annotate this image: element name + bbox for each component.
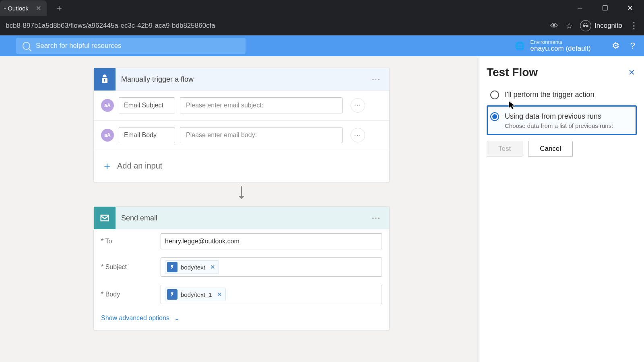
maximize-button[interactable]: ❐ (598, 1, 612, 15)
window-close-button[interactable]: ✕ (623, 1, 637, 15)
label-to: * To (101, 238, 153, 245)
radio-icon (490, 112, 499, 121)
search-icon (23, 42, 30, 50)
param-more-icon[interactable]: ⋯ (351, 98, 365, 113)
dyn-token-body[interactable]: body/text_1 ✕ (165, 288, 226, 301)
panel-title: Test Flow (487, 66, 538, 79)
globe-icon: 🌐 (515, 41, 525, 51)
close-icon[interactable]: ✕ (36, 4, 41, 12)
label-body: * Body (101, 291, 153, 298)
action-more-icon[interactable]: ⋯ (363, 213, 389, 223)
trigger-title: Manually trigger a flow (116, 75, 194, 84)
flow-stage: Manually trigger a flow ⋯ aA Email Subje… (0, 56, 644, 362)
label-subject: * Subject (101, 263, 153, 271)
environment-label: Environments (530, 39, 591, 45)
browser-tab[interactable]: - Outlook ✕ (0, 0, 47, 16)
incognito-label: Incognito (594, 22, 622, 30)
action-title: Send email (116, 214, 157, 222)
token-remove-icon[interactable]: ✕ (210, 263, 215, 271)
param-row-body: aA Email Body ⋯ (94, 120, 389, 150)
test-button[interactable]: Test (487, 141, 522, 157)
action-card: Send email ⋯ * To henry.legge@outlook.co… (93, 206, 390, 330)
browser-chrome: - Outlook ✕ ＋ ─ ❐ ✕ bcb8-897b1a5d8b63/fl… (0, 0, 644, 35)
input-subject[interactable]: body/text ✕ (161, 257, 382, 277)
input-body[interactable]: body/text_1 ✕ (161, 285, 382, 304)
radio-manual-trigger[interactable]: I'll perform the trigger action (487, 84, 637, 105)
tab-title: - Outlook (4, 5, 29, 12)
panel-button-row: Test Cancel (487, 141, 637, 157)
trigger-more-icon[interactable]: ⋯ (363, 74, 389, 84)
radio-previous-sub: Choose data from a list of previous runs… (505, 122, 613, 129)
dynamic-content-icon (167, 262, 178, 272)
param-row-subject: aA Email Subject ⋯ (94, 90, 389, 120)
header-icons: ⚙ ? (612, 41, 635, 51)
text-type-icon: aA (101, 129, 114, 142)
window-controls: ─ ❐ ✕ (573, 1, 644, 15)
flow-arrow-icon (237, 186, 246, 202)
url-text[interactable]: bcb8-897b1a5d8b63/flows/a962445a-ec3c-42… (6, 22, 215, 30)
help-icon[interactable]: ? (630, 41, 635, 51)
action-header[interactable]: Send email ⋯ (94, 207, 389, 229)
field-row-to: * To henry.legge@outlook.com (94, 229, 389, 253)
chevron-down-icon: ⌄ (173, 315, 180, 321)
minimize-button[interactable]: ─ (573, 1, 587, 15)
new-tab-button[interactable]: ＋ (53, 2, 65, 14)
add-input-label: Add an input (117, 161, 162, 171)
show-advanced-toggle[interactable]: Show advanced options ⌄ (94, 308, 389, 330)
text-type-icon: aA (101, 99, 114, 112)
environment-picker[interactable]: 🌐 Environments enayu.com (default) (515, 39, 591, 53)
panel-close-icon[interactable]: ✕ (627, 66, 637, 79)
field-row-body: * Body body/text_1 ✕ (94, 281, 389, 308)
radio-manual-label: I'll perform the trigger action (505, 90, 594, 99)
mail-icon (94, 207, 116, 229)
cancel-button[interactable]: Cancel (528, 141, 573, 157)
trigger-icon (94, 68, 116, 90)
eye-off-icon[interactable]: 👁 (550, 21, 558, 31)
param-name-subject[interactable]: Email Subject (119, 97, 175, 113)
param-input-subject[interactable] (180, 97, 343, 113)
dynamic-content-icon (167, 289, 178, 300)
radio-previous-label: Using data from previous runs (505, 111, 613, 121)
gear-icon[interactable]: ⚙ (612, 41, 620, 51)
dyn-token-subject[interactable]: body/text ✕ (165, 260, 219, 274)
plus-icon: ＋ (102, 159, 111, 173)
input-to-value: henry.legge@outlook.com (165, 238, 239, 245)
app-header: 🌐 Environments enayu.com (default) ⚙ ? C… (0, 35, 644, 56)
add-input-button[interactable]: ＋ Add an input (94, 150, 389, 182)
param-input-body[interactable] (180, 127, 343, 143)
param-more-icon[interactable]: ⋯ (351, 128, 365, 142)
test-flow-panel: Test Flow ✕ I'll perform the trigger act… (479, 56, 644, 362)
address-bar-row: bcb8-897b1a5d8b63/flows/a962445a-ec3c-42… (0, 16, 644, 35)
addr-right-icons: 👁 ☆ 🕶 Incognito ⋮ (550, 20, 638, 31)
search-input[interactable] (36, 42, 239, 50)
flow-canvas[interactable]: Manually trigger a flow ⋯ aA Email Subje… (0, 56, 483, 362)
token-label: body/text (181, 264, 205, 271)
token-remove-icon[interactable]: ✕ (217, 291, 222, 298)
param-name-body[interactable]: Email Body (119, 127, 175, 143)
search-box[interactable] (16, 38, 246, 54)
incognito-indicator: 🕶 Incognito (580, 20, 622, 31)
radio-previous-runs[interactable]: Using data from previous runs Choose dat… (487, 105, 637, 135)
token-label: body/text_1 (181, 291, 212, 298)
environment-value: enayu.com (default) (530, 45, 591, 53)
field-row-subject: * Subject body/text ✕ (94, 253, 389, 281)
advanced-label: Show advanced options (101, 315, 169, 322)
trigger-card: Manually trigger a flow ⋯ aA Email Subje… (93, 68, 390, 182)
tab-strip: - Outlook ✕ ＋ ─ ❐ ✕ (0, 0, 644, 16)
input-to[interactable]: henry.legge@outlook.com (161, 233, 382, 249)
radio-icon (490, 90, 499, 99)
incognito-icon: 🕶 (580, 20, 591, 31)
bookmark-star-icon[interactable]: ☆ (566, 21, 573, 31)
trigger-header[interactable]: Manually trigger a flow ⋯ (94, 68, 389, 90)
